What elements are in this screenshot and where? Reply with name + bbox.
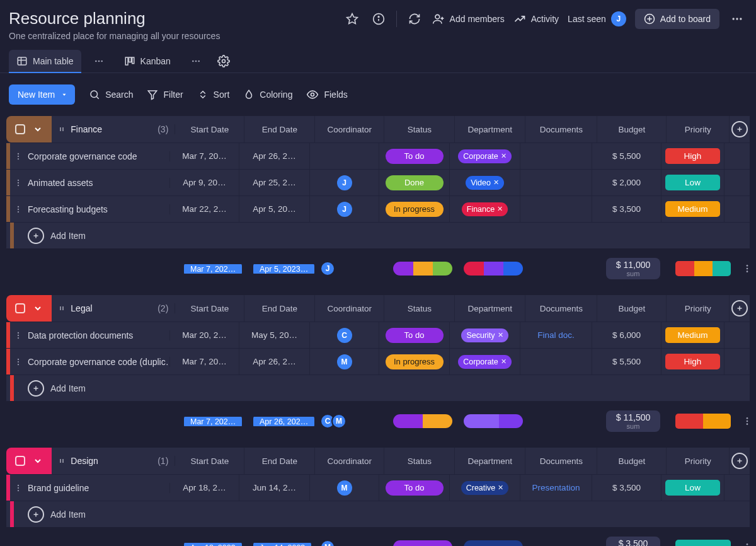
summary-more-icon[interactable] bbox=[742, 542, 752, 546]
col-department[interactable]: Department bbox=[455, 448, 525, 474]
remove-tag-icon[interactable]: ✕ bbox=[498, 484, 503, 492]
cell-priority[interactable]: Low bbox=[662, 475, 724, 501]
col-start[interactable]: Start Date bbox=[175, 448, 244, 474]
cell-priority[interactable]: Medium bbox=[662, 322, 724, 348]
avatar[interactable]: M bbox=[320, 540, 335, 546]
group-header[interactable]: Finance (3) Start Date End Date Coordina… bbox=[6, 116, 750, 142]
avatar[interactable]: J bbox=[337, 202, 352, 217]
row-menu-icon[interactable] bbox=[10, 331, 26, 340]
summary-budget[interactable]: $ 11,500sum bbox=[606, 410, 660, 432]
avatar[interactable]: C bbox=[337, 328, 352, 343]
cell-start[interactable]: Mar 20, 2… bbox=[170, 322, 239, 348]
cell-coordinator[interactable]: C bbox=[310, 322, 379, 348]
cell-department[interactable]: Corporate✕ bbox=[450, 349, 520, 375]
summary-start[interactable]: Apr 18, 2023 bbox=[184, 543, 242, 547]
cell-start[interactable]: Apr 9, 20… bbox=[170, 170, 239, 195]
summary-start[interactable]: Mar 7, 202… bbox=[184, 264, 242, 274]
search-button[interactable]: Search bbox=[89, 89, 133, 100]
cell-coordinator[interactable]: M bbox=[310, 475, 379, 501]
tab-kanban-more-icon[interactable] bbox=[188, 54, 203, 69]
activity-button[interactable]: Activity bbox=[513, 13, 559, 25]
cell-budget[interactable]: $ 2,000 bbox=[592, 170, 662, 195]
col-budget[interactable]: Budget bbox=[597, 295, 667, 322]
col-department[interactable]: Department bbox=[455, 116, 525, 142]
table-row[interactable]: Corporate governance code (duplic… Mar 7… bbox=[6, 348, 750, 375]
row-name[interactable]: Corporate governance code (duplic… bbox=[26, 357, 170, 367]
cell-department[interactable]: Corporate✕ bbox=[450, 143, 520, 169]
col-documents[interactable]: Documents bbox=[525, 295, 597, 322]
add-item-row[interactable]: Add Item bbox=[6, 222, 750, 248]
cell-budget[interactable]: $ 5,500 bbox=[592, 143, 662, 169]
summary-coordinators[interactable]: J bbox=[324, 261, 386, 276]
summary-coordinators[interactable]: CM bbox=[324, 414, 386, 429]
remove-tag-icon[interactable]: ✕ bbox=[501, 357, 507, 366]
cell-budget[interactable]: $ 3,500 bbox=[592, 196, 662, 222]
summary-budget[interactable]: $ 11,000sum bbox=[606, 258, 660, 279]
col-coordinator[interactable]: Coordinator bbox=[315, 116, 384, 142]
summary-budget[interactable]: $ 3,500sum bbox=[606, 537, 660, 546]
cell-priority[interactable]: Low bbox=[662, 170, 724, 195]
cell-department[interactable]: Finance✕ bbox=[450, 196, 520, 222]
cell-documents[interactable]: Presentation bbox=[520, 475, 592, 501]
cell-priority[interactable]: High bbox=[662, 143, 724, 169]
add-item-icon[interactable] bbox=[28, 228, 44, 244]
fields-button[interactable]: Fields bbox=[306, 88, 347, 101]
summary-end[interactable]: Jun 14, 2023 bbox=[253, 543, 311, 547]
table-row[interactable]: Forecasting budgets Mar 22, 2… Apr 5, 20… bbox=[6, 195, 750, 222]
cell-status[interactable]: In progress bbox=[379, 349, 450, 375]
cell-budget[interactable]: $ 5,500 bbox=[592, 349, 662, 375]
group-header[interactable]: Legal (2) Start Date End Date Coordinato… bbox=[6, 295, 750, 322]
row-menu-icon[interactable] bbox=[10, 484, 26, 492]
remove-tag-icon[interactable]: ✕ bbox=[501, 152, 507, 160]
remove-tag-icon[interactable]: ✕ bbox=[497, 205, 503, 213]
summary-coordinators[interactable]: M bbox=[324, 540, 386, 546]
add-item-icon[interactable] bbox=[28, 506, 44, 523]
cell-priority[interactable]: Medium bbox=[662, 196, 724, 222]
avatar[interactable]: M bbox=[337, 354, 352, 369]
cell-end[interactable]: Apr 26, 2… bbox=[239, 143, 310, 169]
group-checkbox[interactable] bbox=[15, 124, 25, 134]
star-icon[interactable] bbox=[343, 10, 361, 28]
add-column-button[interactable] bbox=[731, 121, 748, 137]
table-row[interactable]: Animated assets Apr 9, 20… Apr 25, 2… J … bbox=[6, 169, 750, 195]
col-budget[interactable]: Budget bbox=[597, 116, 667, 142]
col-priority[interactable]: Priority bbox=[667, 295, 730, 322]
col-budget[interactable]: Budget bbox=[597, 448, 667, 474]
cell-end[interactable]: Apr 26, 2… bbox=[239, 349, 310, 375]
cell-end[interactable]: Jun 14, 2… bbox=[239, 475, 310, 501]
cell-department[interactable]: Creative✕ bbox=[450, 475, 520, 501]
col-coordinator[interactable]: Coordinator bbox=[315, 295, 384, 322]
col-status[interactable]: Status bbox=[384, 448, 455, 474]
add-to-board-button[interactable]: Add to board bbox=[635, 9, 719, 29]
col-end[interactable]: End Date bbox=[244, 116, 315, 142]
summary-start[interactable]: Mar 7, 202… bbox=[184, 417, 242, 426]
cell-department[interactable]: Security✕ bbox=[450, 322, 520, 348]
row-name[interactable]: Brand guideline bbox=[26, 483, 170, 493]
summary-more-icon[interactable] bbox=[742, 264, 752, 274]
tab-kanban[interactable]: Kanban bbox=[117, 50, 178, 73]
row-menu-icon[interactable] bbox=[10, 178, 26, 187]
table-row[interactable]: Data protection documents Mar 20, 2… May… bbox=[6, 322, 750, 348]
cell-status[interactable]: Done bbox=[379, 170, 450, 195]
add-column-button[interactable] bbox=[731, 300, 748, 317]
summary-end[interactable]: Apr 5, 2023… bbox=[253, 264, 314, 274]
filter-button[interactable]: Filter bbox=[147, 89, 183, 100]
cell-status[interactable]: To do bbox=[379, 322, 450, 348]
group-name[interactable]: Legal bbox=[71, 303, 92, 313]
drag-icon[interactable] bbox=[58, 456, 66, 465]
table-row[interactable]: Brand guideline Apr 18, 2… Jun 14, 2… M … bbox=[6, 474, 750, 501]
table-row[interactable]: Corporate governance code Mar 7, 20… Apr… bbox=[6, 142, 750, 169]
row-menu-icon[interactable] bbox=[10, 205, 26, 214]
drag-icon[interactable] bbox=[58, 125, 66, 134]
cell-start[interactable]: Mar 7, 20… bbox=[170, 349, 239, 375]
chevron-down-icon[interactable] bbox=[33, 124, 43, 134]
summary-more-icon[interactable] bbox=[742, 416, 752, 426]
cell-start[interactable]: Apr 18, 2… bbox=[170, 475, 239, 501]
sort-button[interactable]: Sort bbox=[197, 89, 230, 100]
view-settings-icon[interactable] bbox=[217, 55, 230, 67]
cell-status[interactable]: In progress bbox=[379, 196, 450, 222]
cell-end[interactable]: Apr 5, 20… bbox=[239, 196, 310, 222]
cell-start[interactable]: Mar 22, 2… bbox=[170, 196, 239, 222]
summary-end[interactable]: Apr 26, 202… bbox=[253, 417, 314, 426]
group-name[interactable]: Finance bbox=[71, 124, 102, 134]
